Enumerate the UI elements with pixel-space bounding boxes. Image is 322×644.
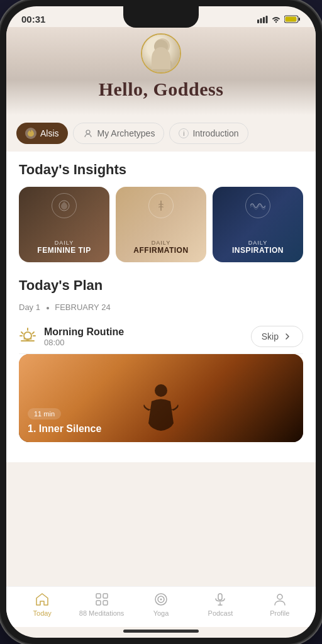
nav-podcast-label: Podcast — [208, 609, 233, 617]
status-icons — [257, 15, 301, 23]
nav-today-label: Today — [33, 609, 52, 617]
signal-icon — [257, 16, 268, 23]
arrow-right-icon — [282, 331, 292, 341]
svg-rect-25 — [96, 601, 101, 605]
svg-point-14 — [24, 332, 31, 340]
svg-rect-23 — [96, 594, 101, 598]
plan-title: Today's Plan — [19, 277, 303, 294]
main-content: Today's Insights — [6, 152, 316, 462]
feminine-tip-label: DAILY FEMININE TIP — [19, 233, 109, 262]
insights-section: Today's Insights — [19, 162, 303, 262]
tab-introduction-label: Introduction — [192, 128, 238, 138]
routine-left: Morning Routine 08:00 — [19, 326, 124, 347]
tab-introduction[interactable]: i Introduction — [169, 123, 248, 144]
meditation-info: 11 min 1. Inner Silence — [28, 408, 101, 435]
inspiration-label: DAILY INSPIRATION — [213, 233, 303, 262]
intro-tab-icon: i — [179, 128, 189, 138]
insights-title: Today's Insights — [19, 162, 303, 178]
routine-name: Morning Routine — [44, 326, 124, 338]
card-deco-2 — [148, 193, 174, 218]
card-deco-1 — [52, 193, 77, 218]
nav-yoga-label: Yoga — [153, 609, 169, 617]
leaf-icon — [58, 199, 70, 212]
nav-yoga[interactable]: Yoga — [131, 592, 191, 617]
tabs-area: Alsis My Archetypes i — [6, 115, 316, 152]
tab-archetypes-label: My Archetypes — [97, 128, 155, 138]
svg-rect-6 — [286, 17, 297, 22]
nav-meditations-label: 88 Meditations — [79, 609, 125, 617]
meditation-badge: 11 min — [28, 408, 61, 419]
archetypes-tab-icon — [82, 128, 94, 139]
meditation-title: 1. Inner Silence — [28, 423, 101, 435]
sunrise-icon — [19, 327, 36, 346]
svg-point-11 — [164, 44, 166, 46]
home-icon — [35, 592, 50, 607]
svg-point-8 — [152, 56, 172, 72]
plan-section: Today's Plan Day 1 FEBRUARY 24 — [19, 277, 303, 442]
routine-info: Morning Routine 08:00 — [44, 326, 124, 347]
card-deco-3 — [245, 193, 270, 218]
svg-point-22 — [155, 384, 167, 397]
wifi-icon — [271, 16, 281, 23]
microphone-icon — [213, 592, 228, 607]
grid-icon — [94, 592, 109, 607]
plan-subtitle: Day 1 FEBRUARY 24 — [19, 303, 303, 312]
routine-time: 08:00 — [44, 338, 124, 347]
svg-rect-0 — [257, 19, 259, 23]
svg-point-12 — [86, 130, 90, 134]
nav-profile[interactable]: Profile — [250, 592, 309, 617]
svg-rect-2 — [263, 17, 265, 23]
meditation-silhouette — [139, 379, 183, 442]
avatar-statue-svg — [142, 35, 180, 72]
battery-icon — [284, 15, 301, 23]
svg-line-17 — [33, 332, 35, 334]
insight-card-inspiration[interactable]: DAILY INSPIRATION — [213, 187, 303, 262]
svg-rect-26 — [103, 601, 108, 605]
svg-point-29 — [160, 599, 162, 601]
tab-alsis[interactable]: Alsis — [16, 123, 68, 144]
status-time: 00:31 — [21, 14, 45, 25]
header-area: Hello, Goddess — [6, 27, 316, 115]
home-indicator — [123, 630, 199, 633]
svg-point-10 — [159, 44, 161, 46]
nav-profile-label: Profile — [270, 609, 289, 617]
svg-rect-5 — [299, 18, 300, 21]
meditation-card[interactable]: 11 min 1. Inner Silence — [19, 354, 303, 442]
routine-row: Morning Routine 08:00 Skip — [19, 319, 303, 354]
sunrise-svg — [19, 327, 36, 342]
alsis-tab-icon — [25, 128, 36, 139]
avatar — [141, 33, 181, 74]
profile-icon — [272, 592, 287, 607]
svg-point-9 — [157, 40, 167, 52]
greeting-text: Hello, Goddess — [19, 79, 303, 100]
svg-rect-30 — [218, 594, 222, 600]
insight-card-affirmation[interactable]: DAILY AFFIRMATION — [116, 187, 206, 262]
bottom-nav: Today 88 Meditations — [6, 586, 316, 627]
wheat-icon — [155, 199, 167, 212]
nav-podcast[interactable]: Podcast — [191, 592, 250, 617]
nav-today[interactable]: Today — [13, 592, 72, 617]
svg-point-7 — [155, 38, 170, 53]
svg-line-16 — [21, 332, 23, 334]
tab-archetypes[interactable]: My Archetypes — [73, 123, 165, 144]
insight-card-feminine-tip[interactable]: DAILY FEMININE TIP — [19, 187, 109, 262]
nav-meditations[interactable]: 88 Meditations — [72, 592, 131, 617]
flame-icon — [26, 129, 35, 138]
person-icon — [84, 129, 92, 138]
tab-alsis-label: Alsis — [40, 128, 59, 138]
skip-button[interactable]: Skip — [251, 326, 303, 347]
yoga-icon — [153, 592, 169, 607]
svg-rect-1 — [260, 18, 262, 23]
wave-icon — [250, 201, 265, 211]
svg-rect-24 — [103, 594, 108, 598]
svg-point-33 — [277, 594, 282, 599]
svg-rect-3 — [266, 16, 268, 23]
affirmation-label: DAILY AFFIRMATION — [116, 233, 206, 262]
insights-grid: DAILY FEMININE TIP — [19, 187, 303, 262]
